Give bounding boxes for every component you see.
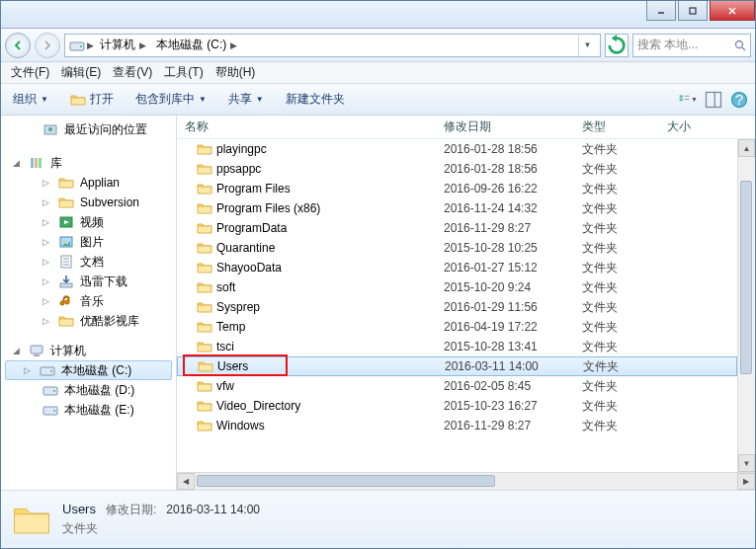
sidebar-drive[interactable]: 本地磁盘 (E:) [1, 400, 176, 420]
minimize-button[interactable] [646, 1, 676, 21]
svg-rect-9 [680, 99, 683, 101]
file-row[interactable]: Windows2016-11-29 8:27文件夹 [177, 416, 737, 435]
label: 最近访问的位置 [64, 121, 147, 138]
chevron-down-icon: ▼ [199, 95, 207, 104]
back-button[interactable] [5, 33, 31, 58]
svg-rect-30 [31, 346, 42, 353]
scroll-up-icon[interactable]: ▲ [738, 139, 755, 157]
svg-point-5 [80, 45, 82, 47]
label: 本地磁盘 (D:) [64, 382, 134, 399]
file-row[interactable]: Quarantine2015-10-28 10:25文件夹 [177, 238, 737, 258]
svg-point-17 [48, 127, 52, 131]
file-row[interactable]: Program Files (x86)2016-11-24 14:32文件夹 [177, 198, 737, 218]
col-date[interactable]: 修改日期 [436, 118, 574, 135]
svg-line-7 [742, 47, 745, 50]
breadcrumb-computer[interactable]: 计算机▶ [96, 37, 152, 53]
menu-tools[interactable]: 工具(T) [164, 64, 203, 81]
menu-view[interactable]: 查看(V) [113, 64, 152, 81]
sidebar-drive[interactable]: 本地磁盘 (D:) [1, 380, 176, 400]
scroll-thumb[interactable] [740, 181, 752, 374]
label: 图片 [80, 234, 104, 251]
col-type[interactable]: 类型 [574, 118, 659, 135]
sidebar-item[interactable]: ▷Subversion [1, 193, 176, 212]
file-date: 2015-10-23 16:27 [436, 399, 574, 413]
file-row[interactable]: Sysprep2016-01-29 11:56文件夹 [177, 297, 737, 317]
label: 组织 [13, 91, 37, 108]
vertical-scrollbar[interactable]: ▲ ▼ [737, 139, 755, 472]
label: 迅雷下载 [80, 274, 127, 290]
file-row[interactable]: ProgramData2016-11-29 8:27文件夹 [177, 218, 737, 238]
drive-icon [69, 38, 85, 53]
forward-button[interactable] [35, 33, 60, 58]
label: 包含到库中 [135, 91, 195, 108]
file-list[interactable]: playingpc2016-01-28 18:56文件夹ppsappc2016-… [177, 139, 737, 472]
file-date: 2016-11-29 8:27 [436, 419, 574, 432]
sidebar-libraries[interactable]: ◢ 库 [1, 153, 176, 173]
file-name: Program Files [216, 182, 291, 196]
scroll-right-icon[interactable]: ▶ [737, 473, 755, 490]
sidebar-item[interactable]: ▷优酷影视库 [1, 311, 176, 331]
file-row[interactable]: Video_Directory2015-10-23 16:27文件夹 [177, 396, 737, 416]
maximize-button[interactable] [678, 1, 708, 21]
file-row[interactable]: playingpc2016-01-28 18:56文件夹 [177, 139, 737, 159]
sidebar-item[interactable]: ▷音乐 [1, 291, 176, 311]
label: 视频 [80, 214, 104, 231]
details-modified-value: 2016-03-11 14:00 [166, 503, 260, 516]
label: Applian [80, 176, 120, 190]
organize-button[interactable]: 组织▼ [7, 88, 54, 111]
file-row[interactable]: ShayooData2016-01-27 15:12文件夹 [177, 258, 737, 277]
folder-icon [70, 92, 86, 108]
sidebar-item[interactable]: ▷迅雷下载 [1, 272, 176, 291]
scroll-left-icon[interactable]: ◀ [177, 473, 195, 490]
file-name: soft [216, 280, 235, 294]
sidebar-recent-places[interactable]: 最近访问的位置 [1, 119, 176, 139]
open-button[interactable]: 打开 [64, 88, 120, 111]
search-input[interactable]: 搜索 本地... [632, 34, 751, 57]
col-size[interactable]: 大小 [659, 118, 755, 135]
file-type: 文件夹 [574, 339, 659, 355]
file-date: 2016-01-29 11:56 [436, 300, 574, 314]
file-type: 文件夹 [574, 279, 659, 296]
new-folder-button[interactable]: 新建文件夹 [280, 88, 351, 111]
file-row[interactable]: vfw2016-02-05 8:45文件夹 [177, 376, 737, 396]
preview-pane-button[interactable] [704, 90, 723, 110]
close-button[interactable] [710, 1, 755, 21]
scroll-down-icon[interactable]: ▼ [738, 454, 755, 472]
sidebar-computer[interactable]: ◢ 计算机 [1, 341, 176, 360]
sidebar-item[interactable]: ▷Applian [1, 173, 176, 193]
sidebar-item[interactable]: ▷文档 [1, 252, 176, 272]
label: 本地磁盘 (E:) [64, 402, 134, 419]
breadcrumb-drive[interactable]: 本地磁盘 (C:)▶ [152, 37, 243, 53]
refresh-button[interactable] [605, 34, 629, 57]
col-name[interactable]: 名称 [177, 118, 436, 135]
details-filename: Users [62, 502, 96, 516]
file-row[interactable]: Users2016-03-11 14:00文件夹 [177, 356, 737, 376]
expand-icon: ▷ [24, 365, 34, 375]
share-button[interactable]: 共享▼ [222, 88, 270, 111]
include-button[interactable]: 包含到库中▼ [129, 88, 212, 111]
svg-rect-29 [60, 283, 72, 287]
help-button[interactable]: ? [729, 90, 749, 110]
file-row[interactable]: Program Files2016-09-26 16:22文件夹 [177, 179, 737, 198]
sidebar-drive[interactable]: ▷本地磁盘 (C:) [5, 360, 172, 380]
file-row[interactable]: soft2015-10-20 9:24文件夹 [177, 277, 737, 297]
menu-file[interactable]: 文件(F) [11, 64, 49, 81]
address-bar[interactable]: ▶ 计算机▶ 本地磁盘 (C:)▶ ▼ [64, 34, 601, 57]
svg-rect-19 [35, 158, 38, 168]
file-row[interactable]: ppsappc2016-01-28 18:56文件夹 [177, 159, 737, 179]
file-row[interactable]: Temp2016-04-19 17:22文件夹 [177, 317, 737, 337]
menu-help[interactable]: 帮助(H) [215, 64, 256, 81]
file-type: 文件夹 [574, 181, 659, 197]
scroll-thumb[interactable] [197, 475, 495, 487]
file-date: 2016-01-28 18:56 [436, 142, 574, 156]
sidebar-item[interactable]: ▷视频 [1, 212, 176, 232]
horizontal-scrollbar[interactable]: ◀ ▶ [177, 472, 755, 490]
label: 优酷影视库 [80, 313, 139, 330]
menu-edit[interactable]: 编辑(E) [61, 64, 101, 81]
address-dropdown[interactable]: ▼ [578, 35, 596, 56]
view-mode-button[interactable]: ▼ [678, 90, 698, 110]
sidebar-item[interactable]: ▷图片 [1, 232, 176, 252]
svg-rect-1 [690, 8, 696, 14]
explorer-body: 最近访问的位置 ◢ 库 ▷Applian▷Subversion▷视频▷图片▷文档… [1, 116, 755, 491]
file-row[interactable]: tsci2015-10-28 13:41文件夹 [177, 337, 737, 356]
